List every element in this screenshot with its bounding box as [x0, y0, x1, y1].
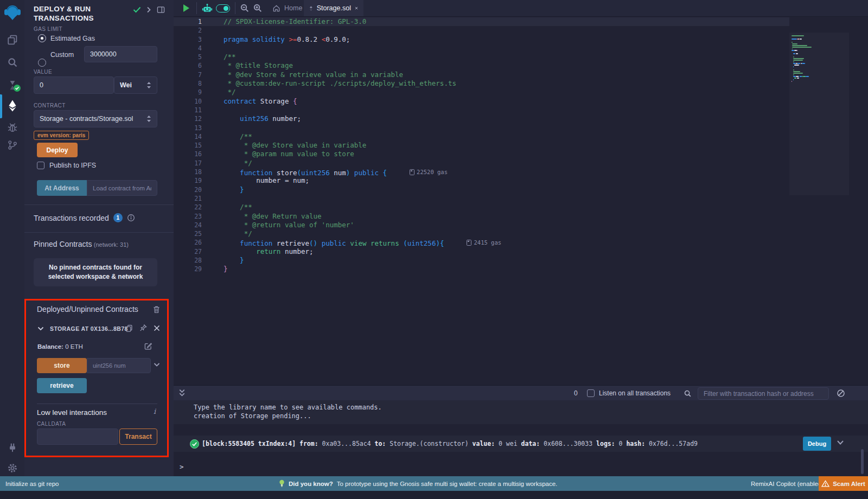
code-line[interactable]: 23 * @dev Return value	[174, 212, 789, 221]
terminal-body[interactable]: Type the library name to see available c…	[174, 400, 868, 476]
at-address-button[interactable]: At Address	[37, 180, 87, 196]
code-line[interactable]: 5/**	[174, 53, 789, 61]
evm-version-badge: evm version: paris	[34, 131, 89, 140]
search-icon[interactable]	[0, 53, 24, 72]
pin-icon[interactable]	[139, 324, 147, 332]
code-line[interactable]: 21	[174, 194, 789, 203]
code-line[interactable]: 10contract Storage {	[174, 97, 789, 106]
gas-icon	[467, 240, 471, 246]
debug-button[interactable]: Debug	[803, 437, 831, 451]
toolbar-separator	[196, 2, 197, 14]
code-line[interactable]: 29}	[174, 265, 789, 273]
code-line[interactable]: 9 */	[174, 88, 789, 97]
file-explorer-icon[interactable]	[0, 30, 24, 49]
remove-contract-icon[interactable]	[154, 325, 160, 331]
code-line[interactable]: 4	[174, 44, 789, 53]
git-init-status[interactable]: Initialize as git repo	[5, 481, 59, 487]
panel-check-icon	[133, 7, 141, 13]
debugger-icon[interactable]	[0, 118, 24, 137]
contract-select[interactable]: Storage - contracts/Storage.sol	[34, 110, 157, 127]
low-level-info-icon[interactable]: i	[154, 407, 156, 415]
terminal-prompt[interactable]: >	[180, 463, 184, 471]
solidity-compiler-icon[interactable]	[0, 76, 24, 94]
code-editor[interactable]: 1// SPDX-License-Identifier: GPL-3.023pr…	[174, 16, 868, 385]
code-line[interactable]: 15 * @dev Store value in variable	[174, 141, 789, 150]
contract-selected: Storage - contracts/Storage.sol	[40, 115, 133, 123]
copilot-toggle[interactable]	[216, 4, 230, 12]
compiler-success-badge	[14, 85, 21, 92]
code-line[interactable]: 18 function store(uint256 num) public {2…	[174, 168, 789, 176]
terminal-scrollbar[interactable]	[861, 449, 864, 474]
code-line[interactable]: 28 }	[174, 256, 789, 265]
plugin-manager-icon[interactable]	[0, 438, 24, 457]
estimated-gas-radio[interactable]	[38, 34, 46, 42]
deploy-and-run-icon[interactable]	[0, 97, 24, 115]
code-line[interactable]: 17 */	[174, 159, 789, 168]
filter-tx-input[interactable]	[698, 387, 829, 400]
code-line[interactable]: 12 uint256 number;	[174, 114, 789, 123]
run-script-play-icon[interactable]	[183, 4, 189, 12]
tab-home[interactable]: Home	[267, 0, 308, 16]
code-line[interactable]: 1// SPDX-License-Identifier: GPL-3.0	[174, 17, 789, 26]
code-line[interactable]: 25 */	[174, 229, 789, 238]
code-line[interactable]: 3pragma solidity >=0.8.2 <0.9.0;	[174, 35, 789, 44]
retrieve-function-button[interactable]: retrieve	[37, 378, 87, 393]
copilot-status[interactable]: RemixAI Copilot (enabled)	[751, 476, 824, 491]
code-line[interactable]: 26 function retrieve() public view retur…	[174, 238, 789, 247]
edit-balance-icon[interactable]	[144, 342, 152, 350]
tab-storage-sol[interactable]: Storage.sol	[304, 0, 363, 16]
code-line[interactable]: 13	[174, 124, 789, 132]
code-line[interactable]: 16 * @param num value to store	[174, 150, 789, 158]
code-line[interactable]: 27 return number;	[174, 247, 789, 256]
code-line[interactable]: 19 number = num;	[174, 176, 789, 185]
close-tab-icon[interactable]	[355, 5, 358, 11]
status-bar: Initialize as git repo Did you know? To …	[0, 476, 868, 491]
terminal-search-icon[interactable]	[684, 389, 692, 398]
settings-gear-icon[interactable]	[0, 459, 24, 477]
zoom-out-icon[interactable]	[240, 3, 250, 13]
estimated-gas-label: Estimated Gas	[50, 35, 95, 42]
deploy-button[interactable]: Deploy	[37, 143, 78, 157]
code-line[interactable]: 6 * @title Storage	[174, 61, 789, 70]
code-line[interactable]: 20 }	[174, 185, 789, 194]
value-unit-select[interactable]: Wei	[114, 76, 157, 94]
clear-console-icon[interactable]	[837, 389, 845, 398]
code-line[interactable]: 2	[174, 26, 789, 35]
ai-assistant-robot-icon[interactable]	[202, 3, 213, 14]
calldata-input[interactable]	[37, 428, 118, 445]
custom-gas-input[interactable]	[84, 46, 157, 62]
code-line[interactable]: 22 /**	[174, 203, 789, 212]
value-input[interactable]	[34, 76, 114, 94]
transactions-recorded-title: Transactions recorded	[34, 214, 109, 222]
panel-title: DEPLOY & RUN TRANSACTIONS	[34, 4, 126, 23]
publish-ipfs-checkbox[interactable]	[37, 162, 44, 169]
pin-panel-chevron-icon[interactable]	[146, 7, 151, 13]
custom-gas-radio[interactable]	[38, 59, 46, 67]
git-icon[interactable]	[0, 136, 24, 154]
gas-icon	[410, 169, 414, 175]
contract-collapse-chevron-icon[interactable]	[37, 326, 44, 331]
copy-icon[interactable]	[125, 324, 133, 332]
split-view-icon[interactable]	[157, 6, 165, 14]
code-line[interactable]: 11	[174, 106, 789, 114]
code-line[interactable]: 7 * @dev Store & retrieve value in a var…	[174, 71, 789, 79]
at-address-input[interactable]	[87, 180, 157, 196]
transaction-log-row[interactable]: [block:5583405 txIndex:4] from: 0xa03...…	[174, 436, 868, 452]
store-function-button[interactable]: store	[37, 358, 87, 373]
code-line[interactable]: 24 * @return value of 'number'	[174, 221, 789, 229]
minimap[interactable]	[789, 33, 849, 195]
remix-logo-icon[interactable]	[0, 3, 24, 22]
scam-alert-button[interactable]: Scam Alert	[819, 476, 868, 491]
info-icon[interactable]	[127, 214, 135, 222]
expand-terminal-icon[interactable]	[178, 388, 186, 398]
tx-expand-chevron-icon[interactable]	[837, 440, 844, 445]
code-line[interactable]: 14 /**	[174, 132, 789, 141]
trash-icon[interactable]	[153, 305, 160, 314]
custom-gas-label: Custom	[50, 51, 74, 59]
store-arg-input[interactable]	[87, 358, 151, 373]
store-expand-chevron-icon[interactable]	[154, 362, 160, 367]
listen-all-checkbox[interactable]	[587, 389, 595, 397]
code-line[interactable]: 8 * @custom:dev-run-script ./scripts/dep…	[174, 79, 789, 88]
transact-button[interactable]: Transact	[119, 428, 157, 445]
zoom-in-icon[interactable]	[253, 3, 263, 13]
